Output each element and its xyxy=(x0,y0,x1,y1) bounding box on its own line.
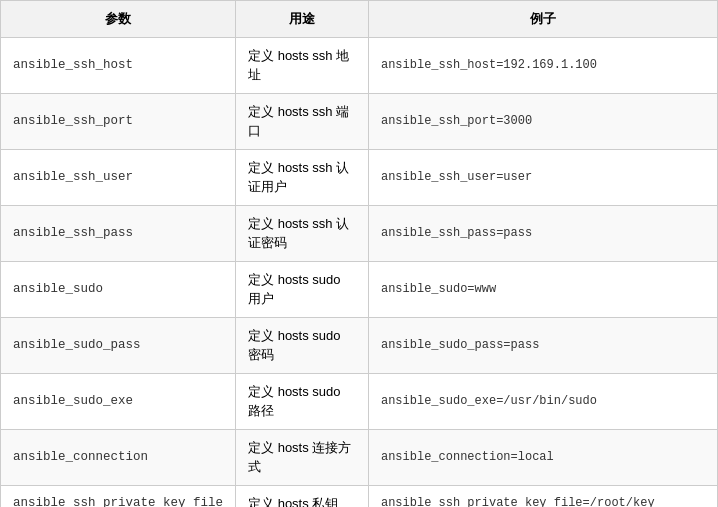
table-row: ansible_sudo定义 hosts sudo 用户ansible_sudo… xyxy=(1,261,718,317)
table-header-row: 参数 用途 例子 xyxy=(1,1,718,38)
cell-usage: 定义 hosts ssh 端口 xyxy=(236,93,369,149)
cell-param: ansible_ssh_user xyxy=(1,149,236,205)
col-header-example: 例子 xyxy=(368,1,717,38)
cell-param: ansible_ssh_host xyxy=(1,37,236,93)
cell-usage: 定义 hosts sudo 用户 xyxy=(236,261,369,317)
table-row: ansible_ssh_private_key_file定义 hosts 私钥a… xyxy=(1,485,718,507)
cell-param: ansible_sudo_pass xyxy=(1,317,236,373)
cell-param: ansible_connection xyxy=(1,429,236,485)
cell-example: ansible_sudo_exe=/usr/bin/sudo xyxy=(368,373,717,429)
cell-usage: 定义 hosts sudo 路径 xyxy=(236,373,369,429)
table-row: ansible_ssh_port定义 hosts ssh 端口ansible_s… xyxy=(1,93,718,149)
cell-param: ansible_ssh_pass xyxy=(1,205,236,261)
cell-example: ansible_ssh_pass=pass xyxy=(368,205,717,261)
table-row: ansible_sudo_pass定义 hosts sudo 密码ansible… xyxy=(1,317,718,373)
col-header-usage: 用途 xyxy=(236,1,369,38)
table-row: ansible_ssh_pass定义 hosts ssh 认证密码ansible… xyxy=(1,205,718,261)
table-row: ansible_sudo_exe定义 hosts sudo 路径ansible_… xyxy=(1,373,718,429)
cell-usage: 定义 hosts sudo 密码 xyxy=(236,317,369,373)
params-table: 参数 用途 例子 ansible_ssh_host定义 hosts ssh 地址… xyxy=(0,0,718,507)
cell-param: ansible_ssh_port xyxy=(1,93,236,149)
table-row: ansible_ssh_user定义 hosts ssh 认证用户ansible… xyxy=(1,149,718,205)
cell-usage: 定义 hosts ssh 认证密码 xyxy=(236,205,369,261)
cell-example: ansible_connection=local xyxy=(368,429,717,485)
cell-example: ansible_sudo=www xyxy=(368,261,717,317)
cell-param: ansible_ssh_private_key_file xyxy=(1,485,236,507)
cell-usage: 定义 hosts ssh 认证用户 xyxy=(236,149,369,205)
table-row: ansible_connection定义 hosts 连接方式ansible_c… xyxy=(1,429,718,485)
cell-example: ansible_ssh_private_key_file=/root/key xyxy=(368,485,717,507)
col-header-param: 参数 xyxy=(1,1,236,38)
cell-param: ansible_sudo xyxy=(1,261,236,317)
cell-example: ansible_ssh_user=user xyxy=(368,149,717,205)
cell-example: ansible_ssh_port=3000 xyxy=(368,93,717,149)
cell-param: ansible_sudo_exe xyxy=(1,373,236,429)
table-row: ansible_ssh_host定义 hosts ssh 地址ansible_s… xyxy=(1,37,718,93)
cell-example: ansible_sudo_pass=pass xyxy=(368,317,717,373)
cell-usage: 定义 hosts ssh 地址 xyxy=(236,37,369,93)
cell-usage: 定义 hosts 私钥 xyxy=(236,485,369,507)
cell-example: ansible_ssh_host=192.169.1.100 xyxy=(368,37,717,93)
cell-usage: 定义 hosts 连接方式 xyxy=(236,429,369,485)
